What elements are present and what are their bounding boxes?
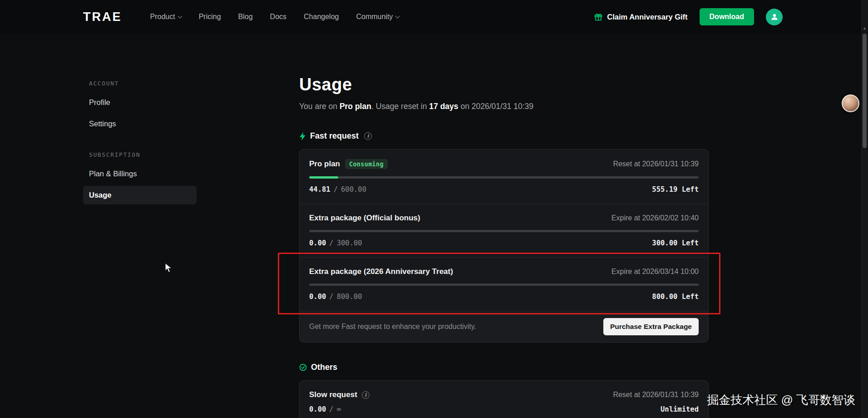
row-head: Extra package (Official bonus) Expire at… <box>309 214 699 223</box>
consuming-badge: Consuming <box>345 159 388 169</box>
trae-logo[interactable]: TRAE <box>83 10 122 24</box>
total-value: ∞ <box>337 405 341 413</box>
used-value: 0.00 <box>309 293 326 301</box>
total-value: 300.00 <box>337 239 362 247</box>
row-title: Slow request i <box>309 390 370 399</box>
nav-item-blog[interactable]: Blog <box>238 13 253 21</box>
used-value: 44.81 <box>309 185 330 194</box>
usage-page: { "header": { "logo": "TRAE", "nav": [ {… <box>0 0 868 418</box>
quota-name: Extra package (2026 Anniversary Treat) <box>309 267 453 276</box>
row-title: Extra package (Official bonus) <box>309 214 420 223</box>
usage-stats: 0.00/∞ Unlimited <box>309 405 699 413</box>
fraction-separator: / <box>329 293 333 301</box>
remaining-value: 555.19 Left <box>652 185 699 194</box>
others-heading: Others <box>311 363 337 372</box>
fraction-separator: / <box>329 239 333 247</box>
usage-row-slow-request: Slow request i Reset at 2026/01/31 10:39… <box>300 381 708 418</box>
sidebar-section-gap <box>83 136 197 151</box>
nav-item-label: Pricing <box>199 13 221 21</box>
subtitle-part: You are on <box>299 102 340 111</box>
usage-fraction: 0.00/300.00 <box>309 239 362 247</box>
nav-item-label: Docs <box>270 13 286 21</box>
account-avatar-button[interactable] <box>766 9 783 25</box>
plan-name: Pro plan <box>340 102 371 111</box>
sidebar-item-usage[interactable]: Usage <box>83 186 197 204</box>
chevron-down-icon <box>395 14 400 18</box>
usage-row-official-bonus: Extra package (Official bonus) Expire at… <box>300 204 708 257</box>
progress-bar <box>309 230 699 232</box>
lightning-icon <box>299 132 306 140</box>
nav-item-label: Changelog <box>304 13 339 21</box>
others-section-header: Others <box>299 363 709 372</box>
sidebar-section-subscription: SUBSCRIPTION <box>83 151 197 158</box>
reset-date: 2026/01/31 10:39 <box>472 102 533 111</box>
usage-stats: 0.00/300.00 300.00 Left <box>309 239 699 247</box>
sidebar-item-profile[interactable]: Profile <box>83 93 197 112</box>
page-scrollbar[interactable]: ▲ <box>861 0 868 418</box>
row-head: Slow request i Reset at 2026/01/31 10:39 <box>309 390 699 399</box>
main-nav: Product Pricing Blog Docs Changelog Comm… <box>150 13 399 21</box>
scrollbar-up-arrow[interactable]: ▲ <box>863 25 867 31</box>
usage-main: Usage You are on Pro plan. Usage reset i… <box>299 75 709 418</box>
usage-fraction: 0.00/800.00 <box>309 293 362 301</box>
total-value: 600.00 <box>341 185 366 194</box>
usage-row-anniversary-treat: Extra package (2026 Anniversary Treat) E… <box>300 257 708 311</box>
remaining-value: 300.00 Left <box>652 239 699 247</box>
row-title: Extra package (2026 Anniversary Treat) <box>309 267 453 276</box>
claim-anniversary-gift-link[interactable]: Claim Anniversary Gift <box>594 12 687 21</box>
nav-item-label: Product <box>150 13 175 21</box>
scrollbar-thumb[interactable] <box>863 34 867 148</box>
fast-request-section-header: Fast request i <box>299 131 709 141</box>
header-actions: Claim Anniversary Gift Download <box>594 0 783 34</box>
total-value: 800.00 <box>337 293 362 301</box>
plan-summary-text: You are on Pro plan. Usage reset in 17 d… <box>299 102 709 111</box>
chevron-down-icon <box>178 14 182 18</box>
quota-name: Pro plan <box>309 159 340 169</box>
quota-name: Slow request <box>309 390 357 399</box>
floating-profile-avatar[interactable] <box>842 95 859 112</box>
nav-item-docs[interactable]: Docs <box>270 13 286 21</box>
nav-item-pricing[interactable]: Pricing <box>199 13 221 21</box>
info-icon[interactable]: i <box>364 132 372 140</box>
settings-sidebar: ACCOUNT Profile Settings SUBSCRIPTION Pl… <box>83 80 197 207</box>
user-icon <box>770 12 779 21</box>
progress-bar <box>309 176 699 179</box>
nav-item-community[interactable]: Community <box>356 13 399 21</box>
reset-info: Reset at 2026/01/31 10:39 <box>613 391 699 399</box>
purchase-extra-package-button[interactable]: Purchase Extra Package <box>603 318 699 335</box>
info-icon[interactable]: i <box>362 391 370 399</box>
progress-bar-fill <box>309 176 338 179</box>
download-button[interactable]: Download <box>700 8 754 25</box>
sidebar-item-plan-billings[interactable]: Plan & Billings <box>83 164 197 183</box>
fast-request-card-footer: Get more Fast request to enhance your pr… <box>300 311 708 342</box>
sidebar-item-settings[interactable]: Settings <box>83 114 197 133</box>
row-head: Extra package (2026 Anniversary Treat) E… <box>309 267 699 276</box>
remaining-value: Unlimited <box>661 405 699 413</box>
nav-item-label: Community <box>356 13 393 21</box>
nav-item-label: Blog <box>238 13 253 21</box>
reset-days: 17 days <box>429 102 458 111</box>
others-card: Slow request i Reset at 2026/01/31 10:39… <box>299 380 709 418</box>
usage-fraction: 0.00/∞ <box>309 405 341 413</box>
quota-name: Extra package (Official bonus) <box>309 214 420 223</box>
top-navbar: TRAE Product Pricing Blog Docs Changelog… <box>0 0 868 34</box>
subtitle-part: on <box>459 102 472 111</box>
usage-fraction: 44.81/600.00 <box>309 185 366 194</box>
fraction-separator: / <box>329 405 333 413</box>
gift-icon <box>594 12 603 21</box>
expire-info: Expire at 2026/02/02 10:40 <box>612 214 699 222</box>
usage-row-pro-plan: Pro plan Consuming Reset at 2026/01/31 1… <box>300 149 708 204</box>
reset-info: Reset at 2026/01/31 10:39 <box>613 160 699 168</box>
mouse-cursor <box>164 263 174 275</box>
nav-item-product[interactable]: Product <box>150 13 182 21</box>
sidebar-section-account: ACCOUNT <box>83 80 197 87</box>
usage-stats: 0.00/800.00 800.00 Left <box>309 293 699 301</box>
page-title: Usage <box>299 75 709 95</box>
upsell-text: Get more Fast request to enhance your pr… <box>309 323 476 331</box>
check-circle-icon <box>299 363 307 371</box>
progress-bar <box>309 284 699 286</box>
nav-item-changelog[interactable]: Changelog <box>304 13 339 21</box>
fast-request-heading: Fast request <box>310 131 359 141</box>
fast-request-card: Pro plan Consuming Reset at 2026/01/31 1… <box>299 149 709 343</box>
watermark-text: 掘金技术社区 @ 飞哥数智谈 <box>707 392 855 408</box>
